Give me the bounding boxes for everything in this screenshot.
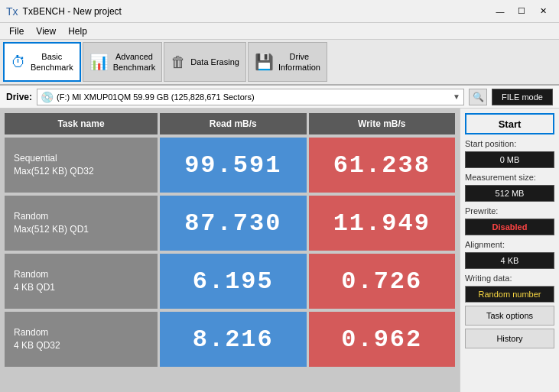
title-bar-controls: — ☐ ✕ [490, 4, 553, 19]
table-row: RandomMax(512 KB) QD1 87.730 11.949 [5, 196, 455, 251]
menu-help[interactable]: Help [62, 24, 93, 38]
drive-bar: Drive: 💿 (F:) MI XMUP01QM 59.99 GB (125,… [0, 86, 559, 109]
title-bar: Tx TxBENCH - New project — ☐ ✕ [0, 0, 559, 23]
history-button[interactable]: History [465, 329, 554, 348]
advanced-benchmark-icon: 📊 [89, 53, 109, 71]
menu-bar: File View Help [0, 23, 559, 40]
row3-write: 0.726 [309, 254, 456, 309]
row4-label: Random4 KB QD32 [5, 312, 158, 367]
toolbar-basic-benchmark[interactable]: ⏱ BasicBenchmark [3, 42, 81, 82]
right-panel: Start Start position: 0 MB Measurement s… [460, 109, 559, 392]
drive-combo-text: (F:) MI XMUP01QM 59.99 GB (125,828,671 S… [57, 92, 255, 102]
writing-data-label: Writing data: [465, 274, 554, 283]
measurement-size-label: Measurement size: [465, 173, 554, 182]
header-write: Write mB/s [309, 113, 456, 134]
alignment-label: Alignment: [465, 240, 554, 249]
row2-write: 11.949 [309, 196, 456, 251]
header-task-name: Task name [5, 113, 158, 134]
row2-label: RandomMax(512 KB) QD1 [5, 196, 158, 251]
toolbar-drive-information[interactable]: 💾 DriveInformation [248, 42, 327, 82]
toolbar-data-erasing[interactable]: 🗑 Data Erasing [164, 42, 246, 82]
task-options-button[interactable]: Task options [465, 306, 554, 326]
row3-read: 6.195 [160, 254, 307, 309]
drive-refresh-button[interactable]: 🔍 [469, 89, 487, 105]
basic-benchmark-label: BasicBenchmark [31, 51, 73, 73]
app-icon: Tx [6, 5, 18, 18]
advanced-benchmark-label: AdvancedBenchmark [113, 51, 156, 73]
drive-combo[interactable]: 💿 (F:) MI XMUP01QM 59.99 GB (125,828,671… [37, 89, 464, 105]
row1-label: SequentialMax(512 KB) QD32 [5, 138, 158, 193]
basic-benchmark-icon: ⏱ [11, 53, 26, 71]
alignment-value: 4 KB [465, 252, 554, 269]
measurement-size-value: 512 MB [465, 185, 554, 202]
row1-write: 61.238 [309, 138, 456, 193]
close-button[interactable]: ✕ [533, 4, 553, 19]
table-header: Task name Read mB/s Write mB/s [5, 113, 455, 134]
minimize-button[interactable]: — [490, 4, 510, 19]
row1-read: 99.591 [160, 138, 307, 193]
row4-write: 0.962 [309, 312, 456, 367]
row3-label: Random4 KB QD1 [5, 254, 158, 309]
data-erasing-label: Data Erasing [190, 57, 239, 67]
table-row: SequentialMax(512 KB) QD32 99.591 61.238 [5, 138, 455, 193]
header-read: Read mB/s [160, 113, 307, 134]
prewrite-value: Disabled [465, 219, 554, 235]
table-row: Random4 KB QD32 8.216 0.962 [5, 312, 455, 367]
row2-read: 87.730 [160, 196, 307, 251]
drive-combo-inner: 💿 (F:) MI XMUP01QM 59.99 GB (125,828,671… [41, 91, 453, 103]
drive-combo-arrow-icon: ▼ [453, 92, 460, 101]
start-button[interactable]: Start [465, 113, 554, 134]
maximize-button[interactable]: ☐ [512, 4, 531, 19]
writing-data-value[interactable]: Random number [465, 286, 554, 303]
drive-information-icon: 💾 [255, 53, 274, 71]
content-area: Task name Read mB/s Write mB/s Sequentia… [0, 109, 559, 392]
drive-label: Drive: [6, 92, 32, 102]
table-row: Random4 KB QD1 6.195 0.726 [5, 254, 455, 309]
start-position-value: 0 MB [465, 151, 554, 168]
drive-combo-icon: 💿 [41, 91, 54, 103]
title-bar-left: Tx TxBENCH - New project [6, 5, 122, 18]
prewrite-label: Prewrite: [465, 206, 554, 215]
file-mode-button[interactable]: FILE mode [492, 89, 553, 105]
menu-file[interactable]: File [3, 24, 30, 38]
menu-view[interactable]: View [30, 24, 62, 38]
main-panel: Task name Read mB/s Write mB/s Sequentia… [0, 109, 460, 392]
toolbar-advanced-benchmark[interactable]: 📊 AdvancedBenchmark [83, 42, 163, 82]
row4-read: 8.216 [160, 312, 307, 367]
title-bar-title: TxBENCH - New project [23, 6, 122, 17]
toolbar: ⏱ BasicBenchmark 📊 AdvancedBenchmark 🗑 D… [0, 40, 559, 86]
drive-information-label: DriveInformation [278, 51, 320, 73]
start-position-label: Start position: [465, 139, 554, 148]
data-erasing-icon: 🗑 [171, 53, 186, 71]
